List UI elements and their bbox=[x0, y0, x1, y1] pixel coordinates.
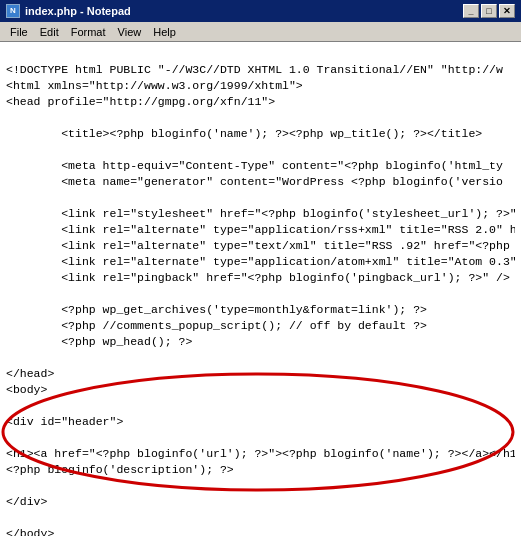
code-line: <?php //comments_popup_script(); // off … bbox=[6, 318, 515, 334]
code-line: <!DOCTYPE html PUBLIC "-//W3C//DTD XHTML… bbox=[6, 62, 515, 78]
code-line: <body> bbox=[6, 382, 515, 398]
menu-view[interactable]: View bbox=[112, 25, 148, 39]
close-button[interactable]: ✕ bbox=[499, 4, 515, 18]
minimize-button[interactable]: _ bbox=[463, 4, 479, 18]
window-controls: _ □ ✕ bbox=[463, 4, 515, 18]
title-bar: N index.php - Notepad _ □ ✕ bbox=[0, 0, 521, 22]
code-line: </head> bbox=[6, 366, 515, 382]
code-line bbox=[6, 110, 515, 126]
code-line: <h1><a href="<?php bloginfo('url'); ?>">… bbox=[6, 446, 515, 462]
code-line: <?php bloginfo('description'); ?> bbox=[6, 462, 515, 478]
code-line: </body> bbox=[6, 526, 515, 536]
maximize-button[interactable]: □ bbox=[481, 4, 497, 18]
app-icon: N bbox=[6, 4, 20, 18]
code-line: <link rel="alternate" type="application/… bbox=[6, 254, 515, 270]
code-line: <head profile="http://gmpg.org/xfn/11"> bbox=[6, 94, 515, 110]
code-line bbox=[6, 190, 515, 206]
code-line: <link rel="stylesheet" href="<?php blogi… bbox=[6, 206, 515, 222]
code-editor[interactable]: <!DOCTYPE html PUBLIC "-//W3C//DTD XHTML… bbox=[0, 42, 521, 536]
code-line bbox=[6, 430, 515, 446]
code-line bbox=[6, 478, 515, 494]
code-line bbox=[6, 286, 515, 302]
code-line: <html xmlns="http://www.w3.org/1999/xhtm… bbox=[6, 78, 515, 94]
code-line bbox=[6, 350, 515, 366]
menu-bar: File Edit Format View Help bbox=[0, 22, 521, 42]
window-title: index.php - Notepad bbox=[25, 5, 463, 17]
code-line bbox=[6, 142, 515, 158]
code-line: <title><?php bloginfo('name'); ?><?php w… bbox=[6, 126, 515, 142]
menu-file[interactable]: File bbox=[4, 25, 34, 39]
menu-help[interactable]: Help bbox=[147, 25, 182, 39]
code-line: <?php wp_get_archives('type=monthly&form… bbox=[6, 302, 515, 318]
menu-format[interactable]: Format bbox=[65, 25, 112, 39]
menu-edit[interactable]: Edit bbox=[34, 25, 65, 39]
code-line: <?php wp_head(); ?> bbox=[6, 334, 515, 350]
code-line: <link rel="alternate" type="text/xml" ti… bbox=[6, 238, 515, 254]
code-line: </div> bbox=[6, 494, 515, 510]
code-line: <link rel="pingback" href="<?php bloginf… bbox=[6, 270, 515, 286]
code-line bbox=[6, 398, 515, 414]
code-line bbox=[6, 510, 515, 526]
code-line: <meta name="generator" content="WordPres… bbox=[6, 174, 515, 190]
code-line: <link rel="alternate" type="application/… bbox=[6, 222, 515, 238]
code-line: <div id="header"> bbox=[6, 414, 515, 430]
code-line: <meta http-equiv="Content-Type" content=… bbox=[6, 158, 515, 174]
